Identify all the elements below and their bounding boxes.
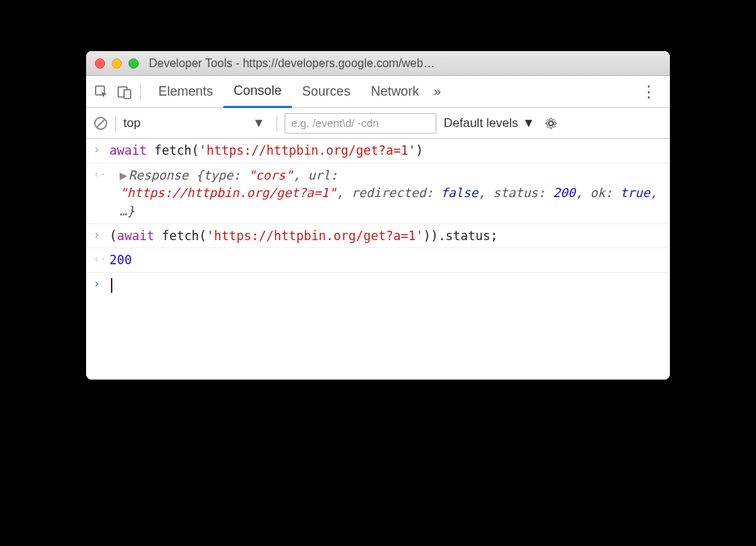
- chevron-down-icon: ▼: [522, 116, 535, 131]
- console-prompt[interactable]: [109, 276, 663, 294]
- text-cursor: [111, 278, 112, 293]
- console-prompt-row[interactable]: ›: [86, 273, 670, 297]
- device-toolbar-icon[interactable]: [117, 85, 133, 99]
- close-icon[interactable]: [95, 58, 105, 69]
- maximize-icon[interactable]: [128, 58, 139, 69]
- titlebar[interactable]: Developer Tools - https://developers.goo…: [86, 51, 670, 76]
- console-toolbar: top ▼ Default levels ▼: [86, 108, 670, 139]
- divider: [115, 115, 116, 131]
- console-output-row: ‹· 200: [86, 248, 670, 273]
- tab-console[interactable]: Console: [223, 76, 292, 108]
- devtools-window: Developer Tools - https://developers.goo…: [86, 51, 670, 380]
- output-chevron-icon: ‹·: [93, 251, 109, 266]
- keyword-await: await: [109, 143, 147, 158]
- console-output[interactable]: › await fetch('https://httpbin.org/get?a…: [86, 139, 670, 380]
- tab-bar: Elements Console Sources Network » ⋮: [86, 76, 670, 108]
- input-chevron-icon: ›: [93, 142, 109, 156]
- execution-context-selector[interactable]: top ▼: [123, 116, 269, 131]
- console-input-row: › await fetch('https://httpbin.org/get?a…: [86, 139, 670, 164]
- tab-network[interactable]: Network: [360, 76, 429, 107]
- string-literal: 'https://httpbin.org/get?a=1': [199, 143, 416, 158]
- tab-list: Elements Console Sources Network »: [148, 76, 635, 107]
- levels-label: Default levels: [444, 116, 518, 131]
- keyword-await: await: [117, 228, 154, 243]
- settings-gear-icon[interactable]: [542, 116, 560, 131]
- traffic-lights: [95, 58, 139, 69]
- window-title: Developer Tools - https://developers.goo…: [149, 57, 661, 70]
- console-output-row: ‹· ▶Response {type: "cors", url: "https:…: [86, 164, 670, 224]
- more-tabs-icon[interactable]: »: [429, 76, 445, 107]
- console-code: (await fetch('https://httpbin.org/get?a=…: [109, 227, 663, 245]
- kebab-menu-icon[interactable]: ⋮: [635, 82, 663, 101]
- inspect-element-icon[interactable]: [93, 85, 109, 99]
- divider: [277, 115, 277, 131]
- svg-line-4: [97, 119, 105, 127]
- scope-label: top: [123, 116, 141, 131]
- console-code: await fetch('https://httpbin.org/get?a=1…: [109, 142, 663, 160]
- output-chevron-icon: ‹·: [93, 166, 109, 181]
- clear-console-icon[interactable]: [93, 116, 108, 131]
- console-input-row: › (await fetch('https://httpbin.org/get?…: [86, 224, 670, 249]
- response-object[interactable]: ▶Response {type: "cors", url: "https://h…: [109, 166, 663, 220]
- string-literal: 'https://httpbin.org/get?a=1': [207, 228, 423, 243]
- divider: [140, 83, 141, 101]
- console-value: 200: [109, 251, 663, 269]
- tab-sources[interactable]: Sources: [292, 76, 360, 107]
- prompt-chevron-icon: ›: [93, 276, 109, 291]
- log-levels-selector[interactable]: Default levels ▼: [444, 116, 535, 131]
- input-chevron-icon: ›: [93, 227, 109, 242]
- svg-rect-2: [124, 90, 131, 99]
- tab-elements[interactable]: Elements: [148, 76, 223, 107]
- filter-input[interactable]: [285, 113, 436, 134]
- expand-triangle-icon[interactable]: ▶: [120, 168, 127, 182]
- minimize-icon[interactable]: [112, 58, 122, 69]
- chevron-down-icon: ▼: [252, 116, 265, 131]
